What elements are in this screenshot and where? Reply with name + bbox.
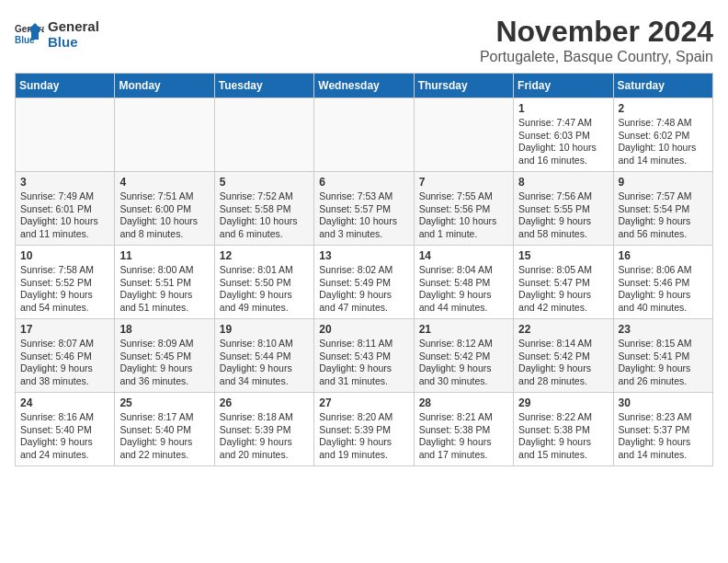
week-row-4: 17Sunrise: 8:07 AMSunset: 5:46 PMDayligh…: [16, 319, 713, 393]
calendar-cell: 11Sunrise: 8:00 AMSunset: 5:51 PMDayligh…: [115, 246, 214, 319]
cell-text: and 24 minutes.: [20, 449, 109, 462]
day-number: 20: [319, 323, 408, 336]
cell-text: and 11 minutes.: [20, 228, 109, 241]
calendar-cell: 17Sunrise: 8:07 AMSunset: 5:46 PMDayligh…: [16, 319, 115, 393]
cell-text: Daylight: 9 hours: [619, 215, 708, 228]
cell-text: Daylight: 9 hours: [20, 362, 109, 375]
header-monday: Monday: [115, 74, 214, 98]
cell-text: Sunrise: 8:14 AM: [518, 338, 608, 350]
cell-text: Sunset: 5:38 PM: [419, 424, 508, 437]
calendar-cell: 5Sunrise: 7:52 AMSunset: 5:58 PMDaylight…: [214, 172, 313, 246]
cell-text: Daylight: 9 hours: [518, 436, 608, 449]
calendar-cell: 25Sunrise: 8:17 AMSunset: 5:40 PMDayligh…: [115, 393, 214, 466]
cell-text: Daylight: 9 hours: [220, 362, 309, 375]
cell-text: and 28 minutes.: [518, 375, 608, 388]
cell-text: Sunset: 5:37 PM: [619, 424, 708, 437]
header-row: SundayMondayTuesdayWednesdayThursdayFrid…: [16, 74, 713, 98]
cell-text: and 6 minutes.: [220, 228, 309, 241]
cell-text: and 54 minutes.: [20, 302, 109, 315]
cell-text: Daylight: 9 hours: [619, 436, 708, 449]
calendar-cell: 23Sunrise: 8:15 AMSunset: 5:41 PMDayligh…: [613, 319, 712, 393]
cell-text: Sunrise: 7:53 AM: [319, 190, 408, 203]
cell-text: and 20 minutes.: [220, 449, 309, 462]
cell-text: Daylight: 10 hours: [20, 215, 109, 228]
cell-text: Sunrise: 8:09 AM: [119, 338, 209, 350]
day-number: 1: [518, 102, 608, 115]
day-number: 29: [518, 396, 608, 409]
cell-text: Sunset: 6:00 PM: [119, 203, 209, 216]
cell-text: Sunrise: 8:02 AM: [319, 264, 408, 277]
calendar-cell: 2Sunrise: 7:48 AMSunset: 6:02 PMDaylight…: [613, 98, 712, 172]
cell-text: Sunset: 5:39 PM: [220, 424, 309, 437]
cell-text: Daylight: 9 hours: [319, 289, 408, 302]
calendar-cell: 1Sunrise: 7:47 AMSunset: 6:03 PMDaylight…: [514, 98, 613, 172]
cell-text: Sunrise: 8:20 AM: [319, 411, 408, 424]
cell-text: and 51 minutes.: [119, 302, 209, 315]
main-title: November 2024: [480, 15, 713, 49]
cell-text: and 44 minutes.: [419, 302, 508, 315]
week-row-1: 1Sunrise: 7:47 AMSunset: 6:03 PMDaylight…: [16, 98, 713, 172]
cell-text: and 49 minutes.: [220, 302, 309, 315]
day-number: 16: [619, 249, 708, 262]
cell-text: Daylight: 10 hours: [119, 215, 209, 228]
cell-text: and 14 minutes.: [619, 449, 708, 462]
cell-text: and 56 minutes.: [619, 228, 708, 241]
day-number: 7: [419, 176, 508, 189]
cell-text: Sunset: 5:48 PM: [419, 277, 508, 290]
cell-text: Sunrise: 7:51 AM: [119, 190, 209, 203]
cell-text: Sunset: 5:40 PM: [20, 424, 109, 437]
header: General Blue General Blue November 2024 …: [15, 15, 713, 65]
cell-text: Sunset: 5:44 PM: [220, 350, 309, 363]
week-row-2: 3Sunrise: 7:49 AMSunset: 6:01 PMDaylight…: [16, 172, 713, 246]
calendar-cell: 10Sunrise: 7:58 AMSunset: 5:52 PMDayligh…: [16, 246, 115, 319]
cell-text: Sunrise: 8:15 AM: [619, 338, 708, 350]
day-number: 11: [119, 249, 209, 262]
cell-text: Sunset: 5:51 PM: [119, 277, 209, 290]
cell-text: and 36 minutes.: [119, 375, 209, 388]
calendar-cell: 30Sunrise: 8:23 AMSunset: 5:37 PMDayligh…: [613, 393, 712, 466]
calendar-cell: 16Sunrise: 8:06 AMSunset: 5:46 PMDayligh…: [613, 246, 712, 319]
logo-icon: General Blue: [15, 21, 44, 47]
cell-text: and 15 minutes.: [518, 449, 608, 462]
calendar-cell: 19Sunrise: 8:10 AMSunset: 5:44 PMDayligh…: [214, 319, 313, 393]
cell-text: Sunset: 5:42 PM: [518, 350, 608, 363]
cell-text: and 16 minutes.: [518, 155, 608, 167]
calendar-cell: 4Sunrise: 7:51 AMSunset: 6:00 PMDaylight…: [115, 172, 214, 246]
cell-text: Daylight: 9 hours: [119, 289, 209, 302]
cell-text: Sunrise: 8:12 AM: [419, 338, 508, 350]
calendar-cell: 14Sunrise: 8:04 AMSunset: 5:48 PMDayligh…: [414, 246, 513, 319]
calendar-cell: 20Sunrise: 8:11 AMSunset: 5:43 PMDayligh…: [314, 319, 414, 393]
cell-text: and 34 minutes.: [220, 375, 309, 388]
header-friday: Friday: [514, 74, 613, 98]
cell-text: Daylight: 9 hours: [518, 215, 608, 228]
cell-text: Sunset: 6:02 PM: [619, 130, 708, 143]
cell-text: and 19 minutes.: [319, 449, 408, 462]
cell-text: Sunrise: 8:00 AM: [119, 264, 209, 277]
day-number: 27: [319, 396, 408, 409]
cell-text: Sunrise: 8:18 AM: [220, 411, 309, 424]
cell-text: Sunrise: 8:23 AM: [619, 411, 708, 424]
calendar-cell: [115, 98, 214, 172]
header-sunday: Sunday: [16, 74, 115, 98]
cell-text: and 38 minutes.: [20, 375, 109, 388]
cell-text: Sunset: 5:58 PM: [220, 203, 309, 216]
week-row-5: 24Sunrise: 8:16 AMSunset: 5:40 PMDayligh…: [16, 393, 713, 466]
cell-text: Sunset: 5:45 PM: [119, 350, 209, 363]
day-number: 15: [518, 249, 608, 262]
calendar-cell: 24Sunrise: 8:16 AMSunset: 5:40 PMDayligh…: [16, 393, 115, 466]
calendar-table: SundayMondayTuesdayWednesdayThursdayFrid…: [15, 73, 713, 466]
day-number: 25: [119, 396, 209, 409]
cell-text: Sunrise: 7:56 AM: [518, 190, 608, 203]
cell-text: Daylight: 9 hours: [319, 362, 408, 375]
calendar-cell: 6Sunrise: 7:53 AMSunset: 5:57 PMDaylight…: [314, 172, 414, 246]
day-number: 28: [419, 396, 508, 409]
calendar-cell: 8Sunrise: 7:56 AMSunset: 5:55 PMDaylight…: [514, 172, 613, 246]
cell-text: Daylight: 10 hours: [619, 142, 708, 155]
cell-text: Sunrise: 8:01 AM: [220, 264, 309, 277]
day-number: 4: [119, 176, 209, 189]
cell-text: Sunset: 5:39 PM: [319, 424, 408, 437]
cell-text: Sunrise: 7:48 AM: [619, 117, 708, 130]
cell-text: Daylight: 9 hours: [619, 289, 708, 302]
cell-text: and 3 minutes.: [319, 228, 408, 241]
cell-text: Sunset: 5:56 PM: [419, 203, 508, 216]
